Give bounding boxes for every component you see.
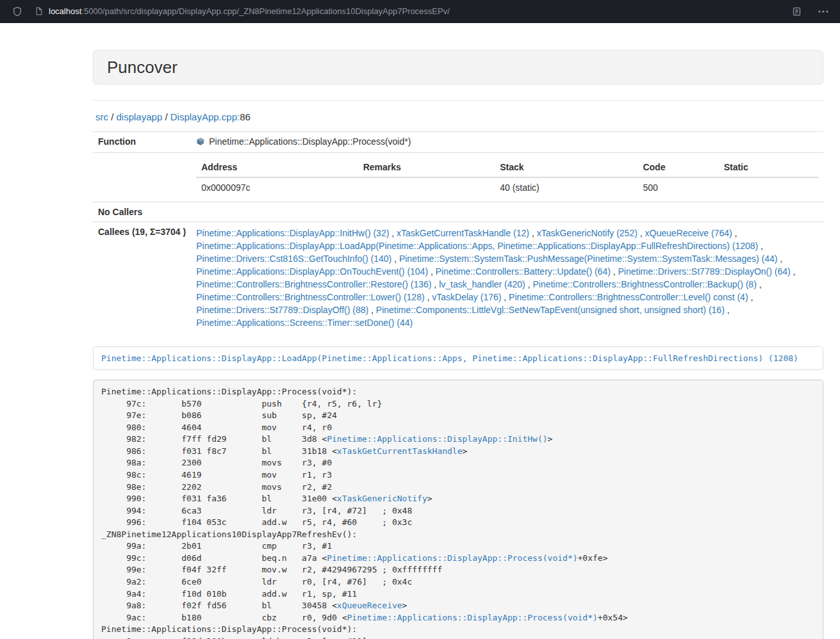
code-symbol-link[interactable]: xTaskGetCurrentTaskHandle	[337, 446, 463, 456]
url-host: localhost	[49, 6, 81, 16]
stats-row: AddressRemarksStackCodeStatic 0x0000097c…	[93, 153, 823, 202]
breadcrumb-separator: /	[162, 111, 170, 122]
breadcrumb-separator: /	[108, 111, 117, 122]
callee-link[interactable]: Pinetime::Drivers::St7789::DisplayOff() …	[196, 305, 368, 315]
callees-label: Callees (19, Σ=3704 )	[93, 222, 191, 334]
stats-value	[358, 177, 495, 197]
function-label: Function	[93, 132, 191, 153]
callee-link[interactable]: xTaskGetCurrentTaskHandle (12)	[397, 228, 529, 238]
callee-separator: ,	[638, 228, 645, 238]
stats-value: 40 (static)	[495, 177, 638, 197]
main-content: Puncover src / displayapp / DisplayApp.c…	[93, 23, 823, 639]
highlight-panel: Pinetime::Applications::DisplayApp::Load…	[93, 346, 823, 370]
callee-separator: ,	[611, 266, 618, 277]
callee-separator: ,	[428, 266, 436, 277]
breadcrumb: src / displayapp / DisplayApp.cpp:86	[95, 111, 821, 124]
breadcrumb-line-number: 86	[240, 111, 251, 122]
code-symbol-link[interactable]: Pinetime::Applications::DisplayApp::Proc…	[347, 613, 598, 622]
callees-list: Pinetime::Applications::DisplayApp::Init…	[191, 222, 823, 334]
breadcrumb-link[interactable]: DisplayApp.cpp:	[170, 111, 240, 122]
no-callers-label: No Callers	[93, 202, 191, 222]
divider	[93, 100, 823, 101]
callee-link[interactable]: xTaskGenericNotify (252)	[537, 228, 638, 238]
callee-separator: ,	[389, 228, 397, 238]
callee-link[interactable]: vTaskDelay (176)	[432, 292, 501, 302]
callee-link[interactable]: Pinetime::Controllers::BrightnessControl…	[196, 292, 424, 302]
callee-link[interactable]: Pinetime::Applications::DisplayApp::Init…	[196, 228, 389, 238]
callee-link[interactable]: Pinetime::Components::LittleVgl::SetNewT…	[376, 305, 725, 315]
stats-value: 0x0000097c	[196, 177, 358, 197]
callee-separator: ,	[732, 228, 737, 238]
shield-icon[interactable]	[9, 3, 26, 20]
callees-row: Callees (19, Σ=3704 ) Pinetime::Applicat…	[93, 222, 823, 334]
code-symbol-link[interactable]: xQueueReceive	[337, 601, 402, 610]
breadcrumb-link[interactable]: displayapp	[117, 111, 163, 122]
callee-link[interactable]: Pinetime::Applications::DisplayApp::OnTo…	[196, 266, 428, 277]
callee-separator: ,	[525, 279, 533, 289]
breadcrumb-link[interactable]: src	[95, 111, 108, 122]
callee-separator: ,	[368, 305, 376, 315]
callee-separator: ,	[431, 279, 439, 289]
stats-value: 500	[638, 177, 718, 197]
code-symbol-link[interactable]: Pinetime::Applications::DisplayApp::Init…	[327, 434, 547, 444]
page-info-icon[interactable]	[35, 6, 43, 16]
callee-link[interactable]: Pinetime::Controllers::Battery::Update()…	[436, 266, 611, 277]
callee-separator: ,	[529, 228, 537, 238]
callee-separator: ,	[791, 266, 796, 277]
stats-table: AddressRemarksStackCodeStatic 0x0000097c…	[196, 158, 818, 197]
callee-separator: ,	[757, 279, 762, 289]
menu-icon[interactable]	[818, 10, 828, 13]
code-symbol-link[interactable]: xTaskGenericNotify	[337, 494, 427, 503]
callee-separator: ,	[425, 292, 432, 302]
callee-separator: ,	[391, 254, 399, 264]
function-name: Pinetime::Applications::DisplayApp::Proc…	[209, 136, 411, 147]
reader-mode-icon[interactable]	[792, 6, 802, 17]
url-bar[interactable]: localhost:5000/path/src/displayapp/Displ…	[49, 6, 450, 16]
callee-link[interactable]: lv_task_handler (420)	[439, 279, 525, 289]
disassembly-code: Pinetime::Applications::DisplayApp::Proc…	[93, 380, 823, 639]
function-type-icon	[196, 137, 205, 148]
callee-separator: ,	[725, 305, 730, 315]
callee-link[interactable]: Pinetime::Applications::DisplayApp::Load…	[196, 241, 758, 251]
no-callers-row: No Callers	[93, 202, 823, 222]
callee-link[interactable]: Pinetime::Controllers::BrightnessControl…	[532, 279, 756, 289]
stats-header: Stack	[495, 158, 638, 177]
callee-link[interactable]: Pinetime::System::SystemTask::PushMessag…	[399, 254, 778, 264]
callee-separator: ,	[777, 254, 782, 264]
app-header: Puncover	[93, 50, 823, 85]
browser-chrome: localhost:5000/path/src/displayapp/Displ…	[0, 0, 840, 23]
callee-link[interactable]: xQueueReceive (764)	[645, 228, 732, 238]
callee-link[interactable]: Pinetime::Applications::Screens::Timer::…	[196, 318, 413, 328]
callee-link[interactable]: Pinetime::Drivers::Cst816S::GetTouchInfo…	[196, 254, 391, 264]
function-row: Function Pinetime::Applications::Display…	[93, 132, 823, 153]
highlighted-callee-link[interactable]: Pinetime::Applications::DisplayApp::Load…	[101, 353, 798, 363]
callee-separator: ,	[758, 241, 763, 251]
stats-header: Code	[638, 158, 718, 177]
stats-header: Static	[719, 158, 818, 177]
url-path: :5000/path/src/displayapp/DisplayApp.cpp…	[81, 6, 450, 16]
stats-header: Address	[196, 158, 358, 177]
symbol-table: Function Pinetime::Applications::Display…	[93, 131, 823, 334]
stats-header: Remarks	[358, 158, 495, 177]
page-title: Puncover	[107, 59, 809, 76]
callee-separator: ,	[748, 292, 754, 302]
callee-link[interactable]: Pinetime::Drivers::St7789::DisplayOn() (…	[618, 266, 791, 277]
callee-separator: ,	[501, 292, 509, 302]
code-symbol-link[interactable]: Pinetime::Applications::DisplayApp::Proc…	[327, 553, 577, 563]
callee-link[interactable]: Pinetime::Controllers::BrightnessControl…	[196, 279, 431, 289]
callee-link[interactable]: Pinetime::Controllers::BrightnessControl…	[509, 292, 748, 302]
stats-value	[719, 177, 818, 197]
